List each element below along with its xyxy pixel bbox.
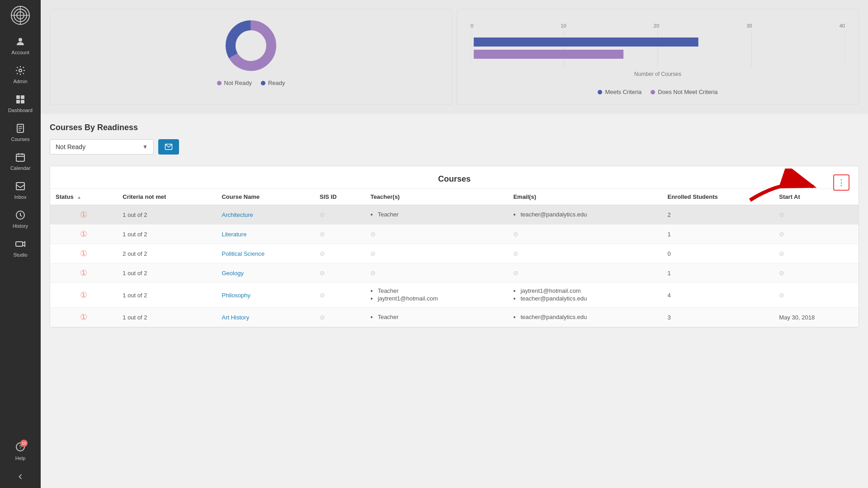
cell-emails: ⊘ <box>508 263 662 283</box>
sidebar-item-calendar[interactable]: Calendar <box>0 146 41 175</box>
three-dot-icon: ⋮ <box>837 178 845 188</box>
sidebar-item-courses[interactable]: Courses <box>0 117 41 146</box>
cell-enrolled: 0 <box>662 244 774 263</box>
cell-teachers: Teacher <box>365 205 508 225</box>
cell-status: ① <box>50 205 117 225</box>
sidebar-item-help[interactable]: ? 10 Help <box>0 436 41 465</box>
cell-status: ① <box>50 283 117 308</box>
table-row: ①2 out of 2Political Science⊘⊘⊘0⊘ <box>50 244 859 263</box>
course-link[interactable]: Architecture <box>222 211 253 218</box>
cell-course-name[interactable]: Literature <box>216 225 314 244</box>
sidebar-item-admin[interactable]: Admin <box>0 60 41 89</box>
cell-sis-id: ⊘ <box>314 225 365 244</box>
sidebar-item-calendar-label: Calendar <box>10 165 31 171</box>
svg-rect-32 <box>474 50 623 59</box>
cell-start-at: ⊘ <box>774 283 859 308</box>
svg-rect-9 <box>16 100 20 103</box>
col-course-name[interactable]: Course Name <box>216 189 314 205</box>
placeholder-icon: ⊘ <box>320 291 325 299</box>
sidebar-item-dashboard[interactable]: Dashboard <box>0 89 41 117</box>
table-row: ①1 out of 2Art History⊘Teacherteacher@pa… <box>50 308 859 327</box>
does-not-meet-label: Does Not Meet Criteria <box>658 89 717 95</box>
readiness-dropdown[interactable]: Not Ready ▼ <box>50 139 154 155</box>
bar-chart-svg <box>471 31 845 67</box>
cell-enrolled: 2 <box>662 205 774 225</box>
bar-chart-x-labels: 0 10 20 30 40 <box>471 23 845 28</box>
ready-dot <box>261 81 265 85</box>
sidebar-item-history-label: History <box>13 223 28 229</box>
col-start-at[interactable]: Start At <box>774 189 859 205</box>
col-enrolled[interactable]: Enrolled Students <box>662 189 774 205</box>
legend-not-ready: Not Ready <box>217 80 252 86</box>
email-button[interactable] <box>158 139 179 155</box>
course-link[interactable]: Art History <box>222 314 249 321</box>
not-ready-dot <box>217 81 222 85</box>
legend-meets-criteria: Meets Criteria <box>598 89 642 95</box>
course-link[interactable]: Political Science <box>222 250 264 257</box>
teacher-item: Teacher <box>377 314 502 320</box>
course-link[interactable]: Geology <box>222 270 243 277</box>
cell-course-name[interactable]: Architecture <box>216 205 314 225</box>
sidebar-item-inbox-label: Inbox <box>14 194 27 200</box>
history-icon <box>14 209 27 221</box>
teacher-item: Teacher <box>377 287 502 294</box>
cell-emails: jaytrent1@hotmail.comteacher@pandalytics… <box>508 283 662 308</box>
svg-rect-8 <box>21 95 24 99</box>
table-row: ①1 out of 2Literature⊘⊘⊘1⊘ <box>50 225 859 244</box>
legend-does-not-meet: Does Not Meet Criteria <box>651 89 717 95</box>
sidebar-item-account[interactable]: Account <box>0 31 41 60</box>
email-item: teacher@pandalytics.edu <box>520 314 656 320</box>
calendar-icon <box>14 151 27 164</box>
app-logo[interactable] <box>9 5 31 26</box>
placeholder-icon: ⊘ <box>779 230 784 238</box>
three-dot-menu-button[interactable]: ⋮ <box>833 174 849 191</box>
meets-criteria-dot <box>598 90 602 94</box>
donut-chart-card: Not Ready Ready <box>50 9 452 105</box>
placeholder-icon: ⊘ <box>320 250 325 257</box>
placeholder-icon: ⊘ <box>370 269 376 277</box>
course-link[interactable]: Literature <box>222 231 246 238</box>
help-icon: ? 10 <box>14 441 27 454</box>
col-teachers[interactable]: Teacher(s) <box>365 189 508 205</box>
cell-status: ① <box>50 263 117 283</box>
does-not-meet-dot <box>651 90 655 94</box>
courses-table-section: Courses ⋮ Status <box>50 166 859 328</box>
sidebar-collapse-button[interactable] <box>0 465 41 488</box>
cell-emails: teacher@pandalytics.edu <box>508 308 662 327</box>
warning-icon: ① <box>56 210 112 220</box>
bar-chart: 0 10 20 30 40 <box>466 19 849 82</box>
email-item: teacher@pandalytics.edu <box>520 295 656 302</box>
main-content: Not Ready Ready 0 10 20 30 40 <box>41 0 868 488</box>
cell-course-name[interactable]: Geology <box>216 263 314 283</box>
cell-course-name[interactable]: Philosophy <box>216 283 314 308</box>
cell-criteria: 1 out of 2 <box>117 283 216 308</box>
cell-emails: ⊘ <box>508 244 662 263</box>
cell-course-name[interactable]: Political Science <box>216 244 314 263</box>
sidebar-item-inbox[interactable]: Inbox <box>0 175 41 204</box>
placeholder-icon: ⊘ <box>320 314 325 321</box>
col-status[interactable]: Status ▲ <box>50 189 117 205</box>
readiness-controls: Not Ready ▼ <box>50 139 859 155</box>
table-row: ①1 out of 2Architecture⊘Teacherteacher@p… <box>50 205 859 225</box>
col-criteria[interactable]: Criteria not met <box>117 189 216 205</box>
cell-sis-id: ⊘ <box>314 308 365 327</box>
placeholder-icon: ⊘ <box>370 230 376 238</box>
teacher-item: Teacher <box>377 211 502 218</box>
placeholder-icon: ⊘ <box>370 250 376 257</box>
bar-chart-card: 0 10 20 30 40 <box>457 9 859 105</box>
cell-enrolled: 1 <box>662 263 774 283</box>
cell-course-name[interactable]: Art History <box>216 308 314 327</box>
course-link[interactable]: Philosophy <box>222 292 250 299</box>
col-sis-id[interactable]: SIS ID <box>314 189 365 205</box>
cell-sis-id: ⊘ <box>314 283 365 308</box>
cell-start-at: ⊘ <box>774 225 859 244</box>
warning-icon: ① <box>56 290 112 300</box>
sidebar-item-admin-label: Admin <box>13 79 27 84</box>
placeholder-icon: ⊘ <box>779 291 784 299</box>
sidebar-bottom: ? 10 Help <box>0 436 41 488</box>
sidebar-item-studio[interactable]: Studio <box>0 233 41 262</box>
col-emails[interactable]: Email(s) <box>508 189 662 205</box>
sidebar-item-history[interactable]: History <box>0 204 41 233</box>
table-row: ①1 out of 2Philosophy⊘Teacherjaytrent1@h… <box>50 283 859 308</box>
svg-point-6 <box>19 69 22 72</box>
